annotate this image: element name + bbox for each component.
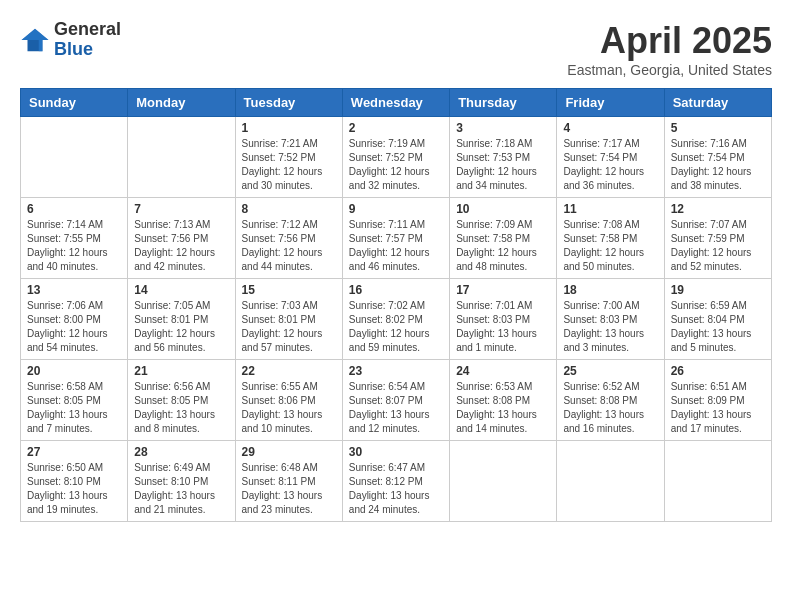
day-info: Sunrise: 7:02 AM Sunset: 8:02 PM Dayligh… [349,299,443,355]
table-row: 13Sunrise: 7:06 AM Sunset: 8:00 PM Dayli… [21,279,128,360]
day-info: Sunrise: 7:18 AM Sunset: 7:53 PM Dayligh… [456,137,550,193]
day-number: 6 [27,202,121,216]
table-row: 30Sunrise: 6:47 AM Sunset: 8:12 PM Dayli… [342,441,449,522]
table-row: 2Sunrise: 7:19 AM Sunset: 7:52 PM Daylig… [342,117,449,198]
day-number: 9 [349,202,443,216]
logo-blue-text: Blue [54,39,93,59]
day-number: 7 [134,202,228,216]
day-info: Sunrise: 7:08 AM Sunset: 7:58 PM Dayligh… [563,218,657,274]
table-row: 9Sunrise: 7:11 AM Sunset: 7:57 PM Daylig… [342,198,449,279]
day-info: Sunrise: 7:00 AM Sunset: 8:03 PM Dayligh… [563,299,657,355]
table-row: 5Sunrise: 7:16 AM Sunset: 7:54 PM Daylig… [664,117,771,198]
day-number: 8 [242,202,336,216]
table-row: 23Sunrise: 6:54 AM Sunset: 8:07 PM Dayli… [342,360,449,441]
day-info: Sunrise: 6:56 AM Sunset: 8:05 PM Dayligh… [134,380,228,436]
table-row [557,441,664,522]
table-row [21,117,128,198]
day-number: 3 [456,121,550,135]
table-row: 6Sunrise: 7:14 AM Sunset: 7:55 PM Daylig… [21,198,128,279]
month-title: April 2025 [567,20,772,62]
day-number: 23 [349,364,443,378]
table-row: 27Sunrise: 6:50 AM Sunset: 8:10 PM Dayli… [21,441,128,522]
table-row: 12Sunrise: 7:07 AM Sunset: 7:59 PM Dayli… [664,198,771,279]
day-info: Sunrise: 7:07 AM Sunset: 7:59 PM Dayligh… [671,218,765,274]
table-row: 4Sunrise: 7:17 AM Sunset: 7:54 PM Daylig… [557,117,664,198]
title-block: April 2025 Eastman, Georgia, United Stat… [567,20,772,78]
day-info: Sunrise: 7:12 AM Sunset: 7:56 PM Dayligh… [242,218,336,274]
day-info: Sunrise: 7:17 AM Sunset: 7:54 PM Dayligh… [563,137,657,193]
day-number: 27 [27,445,121,459]
page-header: General Blue April 2025 Eastman, Georgia… [20,20,772,78]
logo-text: General Blue [54,20,121,60]
day-info: Sunrise: 6:55 AM Sunset: 8:06 PM Dayligh… [242,380,336,436]
day-info: Sunrise: 6:59 AM Sunset: 8:04 PM Dayligh… [671,299,765,355]
table-row: 3Sunrise: 7:18 AM Sunset: 7:53 PM Daylig… [450,117,557,198]
table-row: 18Sunrise: 7:00 AM Sunset: 8:03 PM Dayli… [557,279,664,360]
day-info: Sunrise: 6:58 AM Sunset: 8:05 PM Dayligh… [27,380,121,436]
table-row: 20Sunrise: 6:58 AM Sunset: 8:05 PM Dayli… [21,360,128,441]
day-info: Sunrise: 6:50 AM Sunset: 8:10 PM Dayligh… [27,461,121,517]
day-info: Sunrise: 7:03 AM Sunset: 8:01 PM Dayligh… [242,299,336,355]
table-row: 14Sunrise: 7:05 AM Sunset: 8:01 PM Dayli… [128,279,235,360]
day-info: Sunrise: 6:52 AM Sunset: 8:08 PM Dayligh… [563,380,657,436]
day-number: 5 [671,121,765,135]
day-number: 21 [134,364,228,378]
day-number: 22 [242,364,336,378]
day-number: 15 [242,283,336,297]
table-row: 19Sunrise: 6:59 AM Sunset: 8:04 PM Dayli… [664,279,771,360]
day-number: 4 [563,121,657,135]
table-row: 29Sunrise: 6:48 AM Sunset: 8:11 PM Dayli… [235,441,342,522]
day-number: 12 [671,202,765,216]
day-info: Sunrise: 7:14 AM Sunset: 7:55 PM Dayligh… [27,218,121,274]
weekday-header-row: Sunday Monday Tuesday Wednesday Thursday… [21,89,772,117]
day-number: 20 [27,364,121,378]
table-row: 28Sunrise: 6:49 AM Sunset: 8:10 PM Dayli… [128,441,235,522]
header-monday: Monday [128,89,235,117]
table-row: 7Sunrise: 7:13 AM Sunset: 7:56 PM Daylig… [128,198,235,279]
day-number: 11 [563,202,657,216]
table-row: 25Sunrise: 6:52 AM Sunset: 8:08 PM Dayli… [557,360,664,441]
day-info: Sunrise: 6:47 AM Sunset: 8:12 PM Dayligh… [349,461,443,517]
day-info: Sunrise: 7:05 AM Sunset: 8:01 PM Dayligh… [134,299,228,355]
table-row: 26Sunrise: 6:51 AM Sunset: 8:09 PM Dayli… [664,360,771,441]
table-row [128,117,235,198]
day-info: Sunrise: 6:48 AM Sunset: 8:11 PM Dayligh… [242,461,336,517]
day-number: 1 [242,121,336,135]
day-number: 29 [242,445,336,459]
logo-icon [20,25,50,55]
day-info: Sunrise: 6:49 AM Sunset: 8:10 PM Dayligh… [134,461,228,517]
calendar-table: Sunday Monday Tuesday Wednesday Thursday… [20,88,772,522]
header-thursday: Thursday [450,89,557,117]
logo: General Blue [20,20,121,60]
day-number: 18 [563,283,657,297]
table-row: 15Sunrise: 7:03 AM Sunset: 8:01 PM Dayli… [235,279,342,360]
day-number: 10 [456,202,550,216]
day-number: 14 [134,283,228,297]
table-row: 10Sunrise: 7:09 AM Sunset: 7:58 PM Dayli… [450,198,557,279]
table-row: 17Sunrise: 7:01 AM Sunset: 8:03 PM Dayli… [450,279,557,360]
table-row: 1Sunrise: 7:21 AM Sunset: 7:52 PM Daylig… [235,117,342,198]
day-info: Sunrise: 7:19 AM Sunset: 7:52 PM Dayligh… [349,137,443,193]
table-row: 24Sunrise: 6:53 AM Sunset: 8:08 PM Dayli… [450,360,557,441]
table-row: 21Sunrise: 6:56 AM Sunset: 8:05 PM Dayli… [128,360,235,441]
table-row: 22Sunrise: 6:55 AM Sunset: 8:06 PM Dayli… [235,360,342,441]
day-info: Sunrise: 7:09 AM Sunset: 7:58 PM Dayligh… [456,218,550,274]
day-number: 24 [456,364,550,378]
day-info: Sunrise: 7:16 AM Sunset: 7:54 PM Dayligh… [671,137,765,193]
header-saturday: Saturday [664,89,771,117]
day-number: 19 [671,283,765,297]
header-tuesday: Tuesday [235,89,342,117]
day-number: 13 [27,283,121,297]
day-info: Sunrise: 6:53 AM Sunset: 8:08 PM Dayligh… [456,380,550,436]
table-row: 16Sunrise: 7:02 AM Sunset: 8:02 PM Dayli… [342,279,449,360]
day-number: 28 [134,445,228,459]
day-info: Sunrise: 7:01 AM Sunset: 8:03 PM Dayligh… [456,299,550,355]
day-number: 2 [349,121,443,135]
day-info: Sunrise: 7:13 AM Sunset: 7:56 PM Dayligh… [134,218,228,274]
location-text: Eastman, Georgia, United States [567,62,772,78]
day-number: 26 [671,364,765,378]
logo-general-text: General [54,19,121,39]
table-row: 11Sunrise: 7:08 AM Sunset: 7:58 PM Dayli… [557,198,664,279]
table-row: 8Sunrise: 7:12 AM Sunset: 7:56 PM Daylig… [235,198,342,279]
day-info: Sunrise: 7:11 AM Sunset: 7:57 PM Dayligh… [349,218,443,274]
